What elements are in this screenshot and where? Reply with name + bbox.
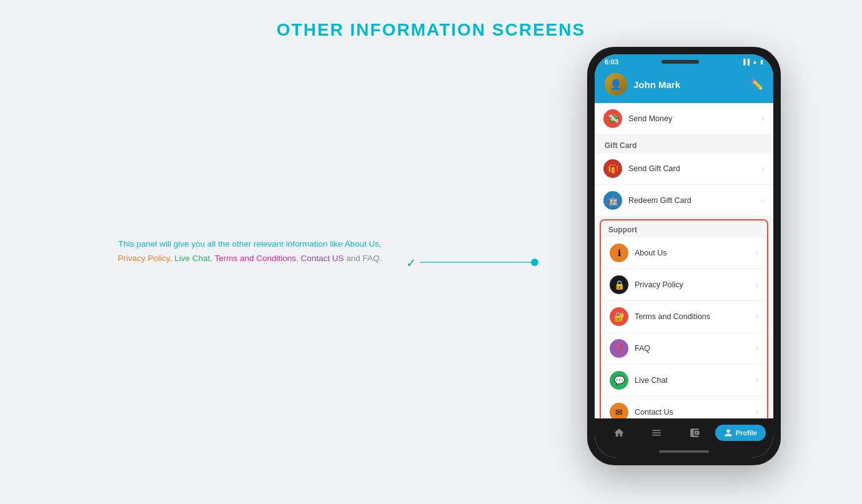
annotation-text-5: Contact US (301, 254, 344, 263)
nav-profile-label: Profile (736, 429, 757, 437)
status-bar: 6:03 ▐▐ ▲ ▮ (595, 54, 773, 68)
home-indicator (595, 447, 773, 458)
terms-conditions-item[interactable]: 🔐 Terms and Conditions › (601, 301, 767, 333)
contact-us-chevron: › (756, 408, 758, 417)
home-icon (613, 427, 625, 438)
home-bar (659, 450, 709, 453)
faq-label: FAQ (635, 344, 756, 353)
support-section: Support ℹ About Us › 🔒 Privacy Policy › … (600, 219, 768, 418)
send-gift-card-chevron: › (762, 164, 765, 173)
send-gift-card-label: Send Gift Card (628, 164, 762, 173)
signal-icon: ▐▐ (741, 59, 750, 65)
privacy-policy-chevron: › (756, 280, 758, 289)
live-chat-chevron: › (756, 376, 758, 385)
live-chat-item[interactable]: 💬 Live Chat › (601, 365, 767, 397)
faq-item[interactable]: ❓ FAQ › (601, 333, 767, 365)
privacy-policy-icon: 🔒 (610, 275, 628, 294)
phone-screen: 6:03 ▐▐ ▲ ▮ 👤 John Mark ✏️ 💸 Send Money … (595, 54, 773, 458)
about-us-chevron: › (756, 249, 758, 257)
gift-card-section-label: Gift Card (595, 135, 773, 153)
support-section-label: Support (601, 220, 767, 237)
faq-chevron: › (756, 344, 758, 353)
nav-wallet[interactable] (678, 423, 711, 442)
annotation-text-3: Live Chat (174, 254, 210, 263)
scroll-content: 💸 Send Money › Gift Card 🎁 Send Gift Car… (595, 103, 773, 418)
annotation-text-1: This panel will give you all the other r… (118, 239, 382, 249)
send-money-icon: 💸 (603, 109, 622, 128)
status-icons: ▐▐ ▲ ▮ (741, 59, 763, 65)
terms-conditions-chevron: › (756, 312, 758, 321)
phone-mockup: 6:03 ▐▐ ▲ ▮ 👤 John Mark ✏️ 💸 Send Money … (587, 47, 781, 465)
wallet-icon (689, 427, 700, 438)
redeem-gift-card-chevron: › (762, 196, 765, 205)
connector-dot (531, 259, 538, 266)
connector-line: ✓ (420, 262, 535, 263)
check-icon: ✓ (406, 255, 417, 270)
send-money-item[interactable]: 💸 Send Money › (595, 103, 773, 135)
avatar-image: 👤 (605, 73, 627, 96)
terms-conditions-icon: 🔐 (610, 307, 628, 326)
page-title: OTHER INFORMATION SCREENS (0, 0, 862, 40)
redeem-gift-card-icon: 🤖 (603, 191, 622, 210)
privacy-policy-item[interactable]: 🔒 Privacy Policy › (601, 269, 767, 301)
status-time: 6:03 (605, 58, 618, 66)
contact-us-icon: ✉ (610, 403, 628, 418)
avatar: 👤 (605, 73, 627, 96)
redeem-gift-card-item[interactable]: 🤖 Redeem Gift Card › (595, 185, 773, 217)
annotation-text-4: Terms and Conditions (214, 254, 296, 263)
nav-profile-button[interactable]: Profile (715, 425, 766, 441)
nav-home[interactable] (602, 423, 636, 442)
contact-us-label: Contact Us (635, 408, 756, 417)
status-notch (661, 60, 699, 64)
send-money-label: Send Money (628, 114, 762, 123)
edit-icon[interactable]: ✏️ (751, 79, 763, 91)
menu-icon (651, 427, 662, 438)
send-gift-card-icon: 🎁 (603, 159, 622, 178)
profile-header: 👤 John Mark ✏️ (595, 68, 773, 103)
send-gift-card-item[interactable]: 🎁 Send Gift Card › (595, 153, 773, 185)
annotation-text-6: and FAQ. (344, 254, 382, 263)
annotation-comma-3: , (296, 254, 301, 263)
annotation-text-2: Privacy Policy (118, 254, 170, 263)
battery-icon: ▮ (760, 59, 763, 65)
nav-menu[interactable] (640, 423, 673, 442)
contact-us-item[interactable]: ✉ Contact Us › (601, 397, 767, 418)
redeem-gift-card-label: Redeem Gift Card (628, 196, 762, 205)
live-chat-icon: 💬 (610, 371, 628, 390)
profile-nav-icon (724, 428, 733, 437)
send-money-chevron: › (762, 114, 765, 123)
live-chat-label: Live Chat (635, 376, 756, 385)
faq-icon: ❓ (610, 339, 628, 358)
profile-name: John Mark (633, 79, 751, 90)
about-us-label: About Us (635, 249, 756, 257)
wifi-icon: ▲ (752, 59, 758, 65)
about-us-icon: ℹ (610, 244, 628, 262)
annotation-area: This panel will give you all the other r… (100, 237, 400, 266)
terms-conditions-label: Terms and Conditions (635, 312, 756, 321)
bottom-nav: Profile (595, 418, 773, 447)
about-us-item[interactable]: ℹ About Us › (601, 237, 767, 269)
privacy-policy-label: Privacy Policy (635, 280, 756, 289)
